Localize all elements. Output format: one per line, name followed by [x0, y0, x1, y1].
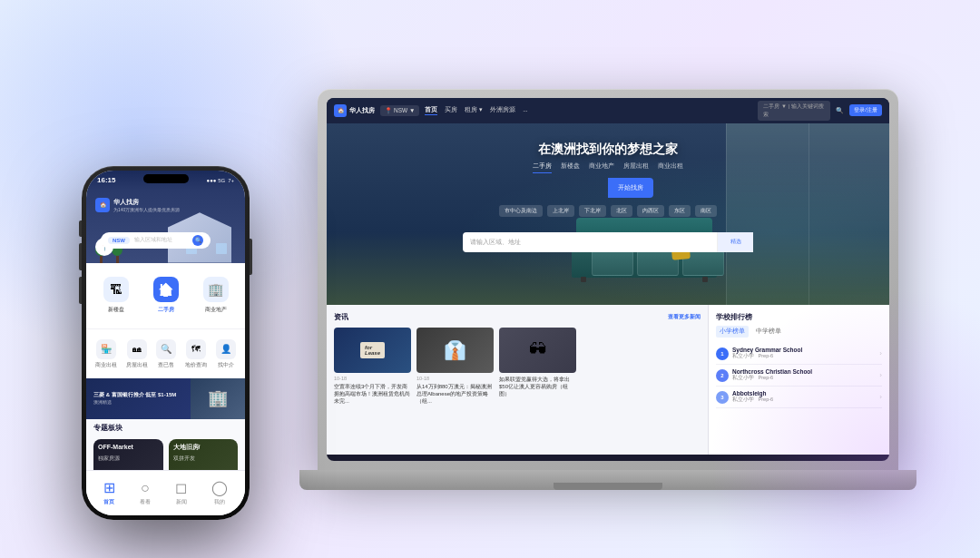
nav-right: 二手房 ▼ | 输入关键词搜索 🔍 登录/注册 — [758, 101, 882, 121]
laptop-screen: 🏠 华人找房 📍 NSW ▼ 首页 买房 租房 ▾ 外洲房源 ... — [327, 98, 889, 461]
nav-login-button[interactable]: 登录/注册 — [849, 104, 882, 116]
school-item-2[interactable]: 2 Northcross Christian School 私立小学 Prep-… — [716, 365, 882, 387]
hero-tab-biz-rental[interactable]: 商业出租 — [658, 162, 683, 173]
nav-link-overseas[interactable]: 外洲房源 — [490, 106, 515, 115]
cat-icon-commercial: 🏢 — [203, 277, 229, 302]
bottom-nav-profile-label: 我的 — [214, 498, 225, 506]
web-news-title-text: 资讯 — [334, 312, 348, 322]
news-text-2: 从14万到880万澳元：揭秘澳洲总理Albanese的地产投资策略（组... — [416, 383, 494, 406]
nav-link-buy[interactable]: 买房 — [445, 106, 457, 115]
for-lease-sign: forLease — [360, 342, 385, 358]
phone-subcat-land[interactable]: 🗺 地价查询 — [185, 339, 207, 368]
bottom-nav-home[interactable]: ⊞ 首页 — [103, 479, 115, 506]
hero-tab-secondhand[interactable]: 二手房 — [533, 162, 552, 173]
loc-tag-inner-west[interactable]: 内西区 — [637, 205, 664, 217]
phone-logo-icon: 🏠 — [95, 198, 110, 212]
loc-tag-upper-north[interactable]: 上北岸 — [547, 205, 574, 217]
loc-tag-lower-north[interactable]: 下北岸 — [579, 205, 606, 217]
laptop-body: 🏠 华人找房 📍 NSW ▼ 首页 买房 租房 ▾ 外洲房源 ... — [318, 89, 898, 470]
phone-cat-commercial[interactable]: 🏢 商业地产 — [193, 277, 239, 314]
hero-title: 在澳洲找到你的梦想之家 — [327, 142, 889, 158]
loc-tag-north[interactable]: 北区 — [611, 205, 632, 217]
nav-location-text: NSW ▼ — [394, 107, 415, 113]
bottom-nav-profile[interactable]: ◯ 我的 — [211, 479, 228, 506]
hero-location-tags: 市中心及南边 上北岸 下北岸 北区 内西区 东区 南区 — [499, 205, 717, 217]
see-more-news[interactable]: 查看更多新闻 — [668, 313, 701, 321]
nav-link-home[interactable]: 首页 — [425, 106, 437, 115]
nav-link-rent[interactable]: 租房 ▾ — [465, 106, 483, 115]
news-item-3[interactable]: 🕶 如果联盟党赢得大选，将拿出$50亿让澳人更容易购房（组图） — [499, 328, 576, 406]
news-item-2[interactable]: 👔 10-18 从14万到880万澳元：揭秘澳洲总理Albanese的地产投资策… — [416, 328, 494, 406]
school-title: 学校排行榜 — [716, 312, 882, 322]
news-text-1: 空置率连续3个月下滑，开发商拥抱高端市场！澳洲租赁危机尚未完... — [334, 383, 411, 406]
phone-subcategories: 🏪 商业出租 🏘 房屋出租 🔍 查已售 🗺 地价查询 — [86, 328, 245, 378]
laptop-device: 🏠 华人找房 📍 NSW ▼ 首页 买房 租房 ▾ 外洲房源 ... — [299, 89, 916, 524]
nav-link-more[interactable]: ... — [523, 106, 527, 115]
web-logo: 🏠 华人找房 — [334, 104, 375, 117]
cat-label-commercial: 商业地产 — [205, 306, 227, 314]
nav-location[interactable]: 📍 NSW ▼ — [380, 105, 419, 116]
news-image-3: 🕶 — [499, 328, 576, 373]
school-name-1: Sydney Grammar School — [732, 347, 876, 353]
sofa-leg-left — [581, 277, 586, 282]
school-tab-secondary[interactable]: 中学榜单 — [752, 326, 785, 338]
phone-location-tag[interactable]: NSW — [108, 237, 130, 244]
nav-location-icon: 📍 — [385, 107, 392, 114]
loc-tag-center[interactable]: 市中心及南边 — [499, 205, 543, 217]
school-tabs: 小学榜单 中学榜单 — [716, 326, 882, 338]
hero-search-input[interactable]: 请输入区域、地址 — [463, 238, 717, 247]
web-navbar: 🏠 华人找房 📍 NSW ▼ 首页 买房 租房 ▾ 外洲房源 ... — [327, 98, 889, 123]
hero-tab-rental[interactable]: 房屋出租 — [623, 162, 649, 173]
fc-label-1: OFF-Market — [98, 444, 133, 451]
school-item-3[interactable]: 3 Abbotsleigh 私立小学 Prep-6 › — [716, 387, 882, 408]
phone-time: 16:15 — [97, 176, 115, 184]
school-meta-3: 私立小学 Prep-6 — [732, 396, 876, 403]
phone-search-icon[interactable]: 🔍 — [192, 235, 203, 246]
news-image-1: forLease — [334, 328, 411, 373]
nav-search-dropdown[interactable]: 二手房 ▼ | 输入关键词搜索 — [758, 101, 830, 121]
school-grade-1: Prep-6 — [759, 353, 774, 358]
loc-tag-east[interactable]: 东区 — [669, 205, 691, 217]
sofa-leg-right — [702, 277, 708, 282]
phone-search-placeholder: 输入区域和地址 — [134, 236, 188, 244]
school-rank-2: 2 — [716, 369, 729, 382]
news-image-2: 👔 — [416, 328, 494, 373]
phone-subcat-house-rent[interactable]: 🏘 房屋出租 — [126, 339, 148, 368]
subcat-label-house-rent: 房屋出租 — [126, 362, 148, 368]
subcat-icon-house-rent: 🏘 — [127, 339, 147, 359]
bottom-nav-news[interactable]: ◻ 新闻 — [175, 479, 187, 506]
phone-subcat-biz-rent[interactable]: 🏪 商业出租 — [95, 339, 117, 368]
school-info-2: Northcross Christian School 私立小学 Prep-6 — [732, 368, 876, 381]
phone-subcat-agent[interactable]: 👤 找中介 — [216, 339, 236, 368]
phone-btn-vol-up — [79, 243, 82, 270]
phone-ad-banner[interactable]: 三菱 & 富国银行推介 低至 $1-15M 澳洲精选 🏢 — [86, 378, 245, 419]
phone-cat-secondhand[interactable]: 🏠 二手房 — [143, 277, 189, 314]
web-school-section: 学校排行榜 小学榜单 中学榜单 1 Sydney Grammar School … — [708, 305, 889, 455]
hero-search-button[interactable]: 开始找房 — [608, 178, 653, 198]
nav-search-icon[interactable]: 🔍 — [836, 107, 844, 114]
school-tab-primary[interactable]: 小学榜单 — [716, 326, 749, 338]
school-arrow-2: › — [879, 371, 882, 379]
phone-outer: 16:15 ●●● 5G 7+ — [82, 166, 250, 520]
phone-cat-new[interactable]: 🏗 新楼盘 — [93, 277, 139, 314]
hero-tab-new[interactable]: 新楼盘 — [561, 162, 580, 173]
school-item-1[interactable]: 1 Sydney Grammar School 私立小学 Prep-6 › — [716, 343, 882, 365]
news-item-1[interactable]: forLease 10-18 空置率连续3个月下滑，开发商拥抱高端市场！澳洲租赁… — [334, 328, 411, 406]
banner-image: 🏢 — [191, 378, 245, 419]
fc-label-2: 大地旧房/ — [173, 444, 201, 451]
hero-filter-btn[interactable]: 精选 — [717, 232, 753, 252]
person2-silhouette: 🕶 — [499, 328, 576, 373]
hero-tab-commercial[interactable]: 商业地产 — [589, 162, 614, 173]
bottom-nav-home-icon: ⊞ — [103, 479, 115, 496]
phone-btn-vol-down — [79, 277, 82, 304]
phone-search-row[interactable]: NSW 输入区域和地址 🔍 — [101, 232, 211, 249]
subcat-icon-biz-rent: 🏪 — [96, 339, 116, 359]
bottom-nav-home-label: 首页 — [103, 498, 114, 506]
phone-subcat-sold[interactable]: 🔍 查已售 — [156, 339, 176, 368]
loc-tag-south[interactable]: 南区 — [695, 205, 717, 217]
school-arrow-3: › — [879, 393, 882, 401]
bottom-nav-browse[interactable]: ○ 看看 — [140, 480, 151, 506]
school-type-1: 私立小学 — [732, 353, 754, 358]
school-info-3: Abbotsleigh 私立小学 Prep-6 — [732, 390, 876, 403]
banner-text-area: 三菱 & 富国银行推介 低至 $1-15M 澳洲精选 — [86, 387, 191, 409]
